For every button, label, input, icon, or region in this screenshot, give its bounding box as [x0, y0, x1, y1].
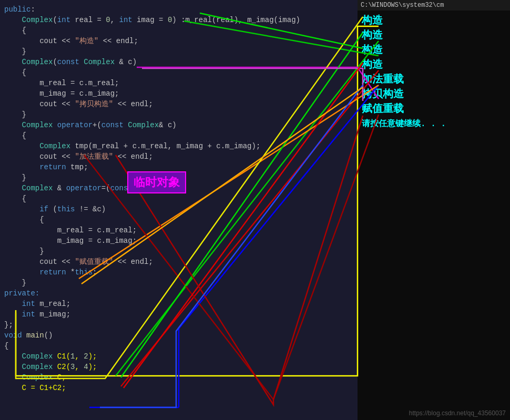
- terminal-line: 赋值重载: [362, 102, 506, 117]
- code-line: }: [0, 246, 358, 257]
- code-line: Complex C;: [0, 372, 358, 383]
- code-line: m_imag = c.m_imag;: [0, 88, 358, 99]
- code-line: private:: [0, 288, 358, 299]
- code-line: return *this;: [0, 267, 358, 278]
- terminal-line: 构造: [362, 28, 506, 43]
- code-line: m_real = c.m_real;: [0, 225, 358, 235]
- terminal-line: 构造: [362, 14, 506, 28]
- terminal-line: 拷贝构造: [362, 87, 506, 102]
- terminal-line: 构造: [362, 58, 506, 73]
- code-line: m_imag = c.m_imag;: [0, 235, 358, 246]
- code-line: {: [0, 214, 358, 225]
- code-line: {: [0, 130, 358, 141]
- code-line: cout << "拷贝构造" << endl;: [0, 99, 358, 109]
- code-line: cout << "赋值重载" << endl;: [0, 257, 358, 267]
- code-line: {: [0, 341, 358, 351]
- code-line: int m_real;: [0, 299, 358, 309]
- code-line: return tmp;: [0, 162, 358, 172]
- terminal-title: C:\WINDOWS\system32\cm: [358, 0, 510, 11]
- code-line: cout << "构造" << endl;: [0, 36, 358, 46]
- terminal-line-press: 请按任意键继续. . .: [362, 117, 506, 131]
- code-line: Complex C2(3, 4);: [0, 362, 358, 372]
- code-line: if (this != &c): [0, 204, 358, 214]
- terminal-window: C:\WINDOWS\system32\cm 构造 构造 构造 构造 加法重载 …: [358, 0, 510, 420]
- code-line: Complex(const Complex & c): [0, 57, 358, 67]
- temp-obj-label: 临时对象: [127, 171, 186, 193]
- code-content: public: Complex(int real = 0, int imag =…: [0, 0, 358, 397]
- terminal-line: 构造: [362, 43, 506, 58]
- code-line: }: [0, 278, 358, 288]
- code-line: Complex(int real = 0, int imag = 0) :m_r…: [0, 15, 358, 25]
- code-line: }: [0, 46, 358, 57]
- watermark: https://blog.csdn.net/qq_43560037: [409, 409, 506, 417]
- code-line: {: [0, 193, 358, 204]
- code-line: {: [0, 25, 358, 36]
- code-line: cout << "加法重载" << endl;: [0, 151, 358, 162]
- code-line: }: [0, 109, 358, 120]
- code-line: int m_imag;: [0, 309, 358, 320]
- code-line: {: [0, 67, 358, 78]
- terminal-line: 加法重载: [362, 73, 506, 87]
- code-line: C = C1+C2;: [0, 383, 358, 393]
- code-line: void main(): [0, 330, 358, 341]
- code-line: Complex tmp(m_real + c.m_real, m_imag + …: [0, 141, 358, 151]
- code-line: };: [0, 320, 358, 330]
- code-line: m_real = c.m_real;: [0, 78, 358, 88]
- code-line: Complex operator+(const Complex& c): [0, 120, 358, 130]
- terminal-content: 构造 构造 构造 构造 加法重载 拷贝构造 赋值重载 请按任意键继续. . .: [358, 11, 510, 135]
- code-line: public:: [0, 4, 358, 15]
- code-editor: public: Complex(int real = 0, int imag =…: [0, 0, 358, 420]
- code-line: Complex C1(1, 2);: [0, 351, 358, 362]
